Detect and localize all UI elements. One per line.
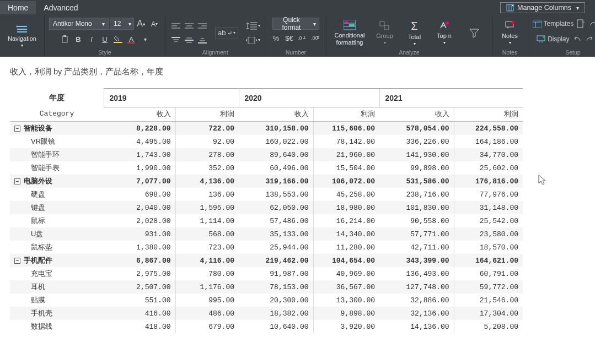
font-size-select[interactable]: 12 <box>110 18 134 30</box>
group-label-number: Number <box>270 48 321 56</box>
svg-rect-10 <box>127 42 135 44</box>
font-family-select[interactable]: Antikor Mono <box>49 18 109 30</box>
header-2020[interactable]: 2020 <box>239 89 379 107</box>
group-label-setup: Setup <box>533 48 596 56</box>
align-right-icon[interactable] <box>196 20 208 32</box>
ribbon-toolbar: Navigation ▾ Antikor Mono 12 A▴ A▾ B I U <box>0 15 595 57</box>
topn-icon <box>439 20 450 31</box>
group-icon <box>379 20 391 31</box>
percent-icon[interactable]: % <box>270 32 282 44</box>
bold-button[interactable]: B <box>72 33 84 45</box>
group-label-analyze: Analyze <box>331 48 487 56</box>
align-left-icon[interactable] <box>170 20 182 32</box>
sub-rev: 收入 <box>379 107 454 122</box>
product-row[interactable]: VR眼镜4,495.0092.00160,022.0078,142.00336,… <box>10 135 523 148</box>
collapse-icon[interactable]: − <box>14 126 20 132</box>
header-2021[interactable]: 2021 <box>379 89 523 107</box>
collapse-icon[interactable]: − <box>14 178 20 184</box>
increase-font-icon[interactable]: A▴ <box>135 18 147 30</box>
wrap-text-button[interactable]: ab▾ <box>215 27 238 39</box>
column-width-icon[interactable]: ▾ <box>246 34 260 46</box>
svg-rect-8 <box>63 35 66 37</box>
product-row[interactable]: 智能手表1,990.00352.0060,496.0015,504.0099,8… <box>10 161 523 175</box>
font-color-button[interactable]: A <box>125 33 137 45</box>
sub-prof: 利润 <box>454 107 523 122</box>
filter-button[interactable] <box>461 27 487 39</box>
header-2019[interactable]: 2019 <box>104 89 239 107</box>
decimal-dec-icon[interactable]: .00 <box>309 32 321 44</box>
product-row[interactable]: 智能手环1,743.00278.0089,640.0021,960.00141,… <box>10 148 523 161</box>
navigation-button[interactable]: Navigation ▾ <box>4 23 40 49</box>
product-row[interactable]: 硬盘698.00136.00138,553.0045,258.00238,716… <box>10 188 523 201</box>
svg-rect-49 <box>577 20 583 28</box>
export-icon[interactable] <box>575 18 587 30</box>
style-more-icon[interactable] <box>138 33 151 45</box>
product-row[interactable]: 贴膜551.00995.0020,300.0013,300.0032,886.0… <box>10 294 523 307</box>
group-label-notes: Notes <box>497 48 523 56</box>
sub-prof: 利润 <box>313 107 379 122</box>
product-row[interactable]: 键盘2,040.001,595.0062,050.0018,980.00101,… <box>10 201 523 214</box>
sub-prof: 利润 <box>175 107 239 122</box>
category-row[interactable]: −智能设备8,228.00722.00310,158.00115,606.005… <box>10 122 523 135</box>
svg-rect-33 <box>248 37 255 44</box>
sub-rev: 收入 <box>239 107 313 122</box>
templates-icon[interactable]: Templates <box>533 18 574 30</box>
product-row[interactable]: 鼠标2,028.001,114.0057,486.0016,214.0090,5… <box>10 214 523 227</box>
product-row[interactable]: U盘931.00568.0035,133.0014,340.0057,771.0… <box>10 227 523 241</box>
sigma-icon: Σ <box>411 20 417 32</box>
svg-rect-38 <box>349 24 355 26</box>
clipboard-icon[interactable] <box>59 33 71 45</box>
svg-point-53 <box>543 36 545 38</box>
redo2-icon[interactable] <box>584 33 595 45</box>
italic-button[interactable]: I <box>85 33 98 45</box>
valign-top-icon[interactable] <box>170 34 182 46</box>
tab-advanced[interactable]: Advanced <box>36 1 85 14</box>
category-row[interactable]: −手机配件6,867.004,116.00219,462.00104,654.0… <box>10 254 523 267</box>
product-row[interactable]: 耳机2,507.001,176.0078,153.0036,567.00127,… <box>10 280 523 294</box>
align-center-icon[interactable] <box>183 20 195 32</box>
cond-format-label: Conditional formatting <box>334 32 364 45</box>
svg-text:.00: .00 <box>311 35 318 41</box>
decrease-font-icon[interactable]: A▾ <box>148 18 160 30</box>
svg-rect-9 <box>114 42 122 43</box>
manage-columns-button[interactable]: Manage Columns <box>500 2 585 13</box>
cond-format-icon <box>344 20 356 31</box>
display-button[interactable]: Display <box>537 33 569 45</box>
svg-rect-41 <box>380 21 384 26</box>
group-button[interactable]: Group▾ <box>372 19 398 46</box>
topn-button[interactable]: Top n▾ <box>431 19 458 46</box>
undo-icon[interactable] <box>571 33 583 45</box>
navigation-icon <box>16 24 28 34</box>
tab-home[interactable]: Home <box>0 1 36 14</box>
report-area: 收入，利润 by 产品类别，产品名称，年度 年度 2019 2020 2021 … <box>0 57 595 336</box>
product-row[interactable]: 鼠标垫1,380.00723.0025,944.0011,280.0042,71… <box>10 241 523 254</box>
total-button[interactable]: Σ Total▾ <box>401 19 428 47</box>
report-title: 收入，利润 by 产品类别，产品名称，年度 <box>10 67 585 77</box>
notes-button[interactable]: Notes▾ <box>497 19 523 46</box>
svg-rect-46 <box>533 20 542 28</box>
conditional-formatting-button[interactable]: Conditional formatting <box>331 19 368 46</box>
svg-rect-42 <box>384 25 389 30</box>
valign-mid-icon[interactable] <box>183 34 195 46</box>
underline-button[interactable]: U <box>99 33 111 45</box>
manage-columns-label: Manage Columns <box>517 4 571 12</box>
currency-icon[interactable]: $€ <box>283 32 295 44</box>
product-row[interactable]: 充电宝2,975.00780.0091,987.0040,969.00136,4… <box>10 267 523 280</box>
svg-rect-7 <box>62 36 67 42</box>
category-row[interactable]: −电脑外设7,077.004,136.00319,166.00106,072.0… <box>10 175 523 188</box>
fill-color-button[interactable] <box>112 33 124 45</box>
collapse-icon[interactable]: − <box>14 258 20 264</box>
notes-icon <box>505 20 516 31</box>
product-row[interactable]: 数据线418.00679.0010,640.003,920.0014,136.0… <box>10 320 523 333</box>
valign-bot-icon[interactable] <box>196 34 208 46</box>
decimal-inc-icon[interactable]: .0 <box>296 32 308 44</box>
redo-icon[interactable] <box>588 18 595 30</box>
group-label-style: Style <box>49 48 160 56</box>
product-row[interactable]: 手机壳416.00486.0018,382.009,898.0032,136.0… <box>10 307 523 320</box>
svg-point-43 <box>446 21 449 25</box>
quick-format-button[interactable]: Quick format <box>272 18 319 30</box>
svg-point-6 <box>16 26 18 28</box>
line-spacing-icon[interactable]: ▾ <box>246 20 260 32</box>
svg-point-45 <box>511 21 514 24</box>
group-label-alignment: Alignment <box>170 48 260 56</box>
